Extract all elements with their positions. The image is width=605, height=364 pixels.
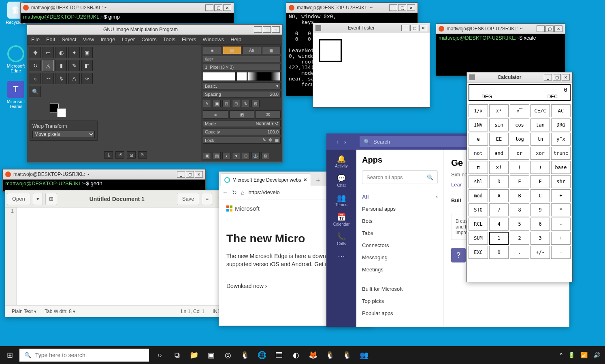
terminal-xcalc[interactable]: mattwojo@DESKTOP-U2SRJKL: ~_▢✕ mattwojo@… [436,23,565,76]
brush-filter[interactable]: filter [205,57,213,61]
terminal-body[interactable]: mattwojo@DESKTOP-U2SRJKL:~$ gedit [3,180,205,191]
tab-close-icon[interactable]: ✕ [303,177,307,183]
calc-key-mod[interactable]: mod [469,189,488,202]
dock-action[interactable]: ✎ [203,100,211,107]
maximize-button[interactable]: ▢ [214,4,222,11]
calc-key-inv[interactable]: INV [469,119,488,131]
calc-key-not[interactable]: not [469,147,488,160]
dock-action[interactable]: ▣ [213,100,221,107]
maximize-button[interactable]: ▢ [410,25,418,31]
maximize-button[interactable]: ▢ [263,26,271,33]
category-built-for-microsoft[interactable]: Built for Microsoft [362,283,438,295]
calc-key-[interactable]: - [551,218,571,231]
category-top-picks[interactable]: Top picks [362,295,438,307]
taskbar-icon-1[interactable]: ⧉ [168,346,185,364]
dock-tab[interactable]: ≡ [203,110,228,119]
tool-option-select[interactable]: Move pixels [32,131,95,138]
lock-pixels-icon[interactable]: ✎ [262,138,266,143]
brush-preview[interactable] [203,72,236,81]
layer-action[interactable]: ▤ [213,152,221,159]
tray-icon-1[interactable]: 🔋 [568,352,575,358]
dock-action[interactable]: ↻ [242,100,250,107]
menu-file[interactable]: File [31,36,40,42]
tool-crop[interactable]: ▣ [81,47,93,58]
download-link[interactable]: Download now › [226,283,267,289]
calc-key-7[interactable]: 7 [489,203,509,216]
titlebar[interactable]: Calculator_▢✕ [467,72,572,83]
tool-free-select[interactable]: ◐ [55,47,67,58]
calc-key-base[interactable]: base [551,161,571,174]
nav-back[interactable]: ‹ [337,138,339,145]
calc-key-ee[interactable]: EE [489,133,509,146]
start-button[interactable]: ⊞ [0,346,19,364]
calc-key-trunc[interactable]: trunc [551,147,571,160]
terminal-body[interactable]: mattwojo@DESKTOP-U2SRJKL:~$ gimp [21,13,234,23]
lock-alpha-icon[interactable]: ▦ [275,138,279,143]
tray-icon-2[interactable]: 📶 [581,352,588,358]
close-button[interactable]: ✕ [554,25,562,32]
menu-filters[interactable]: Filters [182,36,196,42]
color-swatches[interactable] [50,104,66,117]
layer-action[interactable]: ⚓ [251,152,260,159]
taskbar-icon-9[interactable]: 🦊 [305,346,322,364]
calc-key-6[interactable]: 6 [530,218,550,231]
open-dropdown[interactable]: ▾ [33,193,43,205]
lock-position-icon[interactable]: ✥ [268,138,272,143]
refresh-button[interactable]: ↻ [232,189,237,196]
calc-key-x[interactable]: x² [489,104,509,117]
new-tab-button[interactable]: + [313,175,323,186]
spacing-value[interactable]: 20.0 [270,92,279,97]
calc-key-xor[interactable]: xor [530,147,550,160]
tool-fuzzy[interactable]: ✦ [68,47,80,58]
menu-help[interactable]: Help [230,36,241,42]
footer-btn[interactable]: ↺ [115,151,124,159]
taskbar-icon-10[interactable]: 🐧 [322,346,339,364]
taskbar-icon-7[interactable]: 🗔 [271,346,288,364]
calc-key-8[interactable]: 8 [510,203,529,216]
calc-key-1[interactable]: 1 [489,232,509,245]
tool-move[interactable]: ✥ [30,47,41,58]
tool-warp[interactable]: ◬ [43,60,54,71]
rail-activity[interactable]: 🔔Activity [326,153,356,170]
opacity-value[interactable]: 100.0 [267,129,279,134]
taskbar-icon-6[interactable]: 🌐 [254,346,271,364]
dock-action[interactable]: ⊠ [251,100,260,107]
calc-key-5[interactable]: 5 [510,218,529,231]
layer-action[interactable]: ▾ [232,152,240,159]
category-popular-apps[interactable]: Popular apps [362,307,438,319]
menu-edit[interactable]: Edit [46,36,55,42]
titlebar[interactable]: mattwojo@DESKTOP-U2SRJKL: ~_▢✕ [436,24,565,34]
layer-action[interactable]: ▴ [222,152,230,159]
titlebar[interactable]: GNU Image Manipulation Program_▢✕ [27,25,282,35]
browser-tab[interactable]: Microsoft Edge Developer webs✕ [221,174,311,186]
dock-action[interactable]: ⊡ [222,100,230,107]
menu-select[interactable]: Select [62,36,76,42]
close-button[interactable]: ✕ [562,74,570,80]
taskbar-icon-4[interactable]: ◎ [219,346,236,364]
dock-tab[interactable]: ◩ [229,110,255,119]
brush-preview[interactable] [248,72,281,81]
desktop-icon-edge[interactable]: Microsoft Edge [2,45,30,73]
calc-key-[interactable]: . [510,246,529,259]
desktop-icon-teams[interactable]: TMicrosoft Teams [2,81,30,109]
calc-key-[interactable]: ) [530,161,550,174]
status-language[interactable]: Plain Text ▾ [12,309,36,314]
new-tab-button[interactable]: ⊞ [45,193,57,205]
minimize-button[interactable]: _ [205,4,213,11]
calc-key-[interactable]: = [551,246,571,259]
calc-key-e[interactable]: e [469,133,488,146]
calc-key-ln[interactable]: ln [530,133,550,146]
calc-key-ac[interactable]: AC [551,104,571,117]
taskbar-icon-11[interactable]: 🐧 [339,346,356,364]
nav-fwd[interactable]: › [344,138,346,145]
save-button[interactable]: Save [177,193,200,205]
maximize-button[interactable]: ▢ [186,171,194,178]
taskbar-icon-0[interactable]: ○ [151,346,168,364]
calc-key-c[interactable]: C [530,189,550,202]
minimize-button[interactable]: _ [544,74,552,80]
calc-key-[interactable]: + [551,232,571,245]
close-button[interactable]: ✕ [407,4,415,11]
taskbar-search[interactable]: 🔍Type here to search [19,349,149,362]
menu-tools[interactable]: Tools [163,36,175,42]
menu-colors[interactable]: Colors [141,36,157,42]
